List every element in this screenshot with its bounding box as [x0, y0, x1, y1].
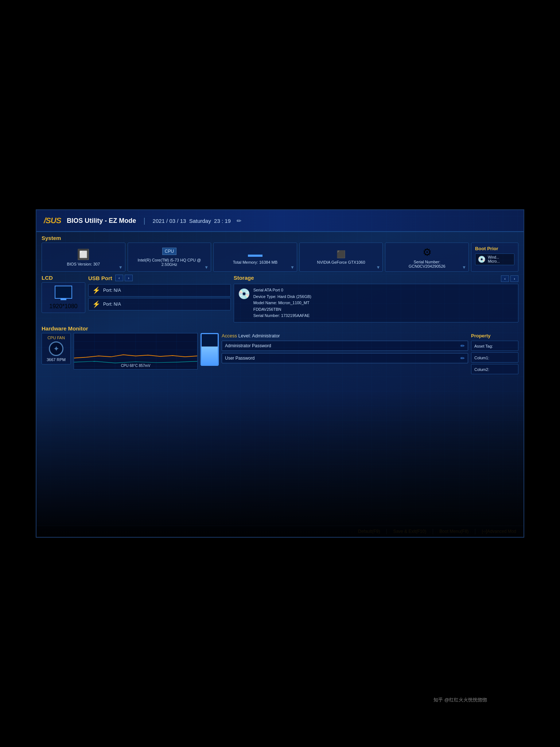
hw-monitor-label: Hardware Monitor: [42, 325, 518, 332]
column2-row: Colum2:: [471, 364, 518, 374]
usb-icon-2: ⚡: [92, 300, 100, 308]
asset-tag-row: Asset Tag:: [471, 341, 518, 351]
storage-prev-button[interactable]: ‹: [501, 275, 509, 282]
usb-port-2-label: Port: N/A: [103, 302, 121, 307]
serial-card[interactable]: ⚙ Serial Number:GCN0CV204290526 ▼: [385, 243, 469, 272]
system-label: System: [42, 235, 518, 241]
gear-icon: ⚙: [423, 246, 432, 258]
storage-label: Storage: [234, 275, 254, 281]
hdd-icon: 💿: [238, 288, 250, 300]
user-password-edit-icon[interactable]: ✏: [460, 355, 465, 361]
cpu-stats: CPU 68°C 857mV: [121, 364, 151, 368]
bios-screen: /SUS BIOS Utility - EZ Mode | 2021 / 03 …: [36, 209, 524, 538]
property-label: Property: [471, 333, 518, 338]
usb-port-1-label: Port: N/A: [103, 288, 121, 293]
footer: Default(F9) | Save & Exit(F10) | Boot Me…: [36, 526, 524, 537]
admin-password-label: Administrator Password: [225, 343, 271, 348]
storage-next-button[interactable]: ›: [510, 275, 518, 282]
gpu-label: NVIDIA GeForce GTX1060: [317, 260, 365, 264]
boot-item-text: Wind...Micro...: [488, 255, 500, 263]
system-section: System 🔲 BIOS Version: 307 ▼ CPU Intel(R…: [42, 235, 518, 272]
user-password-field[interactable]: User Password ✏: [222, 353, 468, 363]
access-section: Access Level: Administrator Administrato…: [222, 333, 468, 363]
gpu-card[interactable]: ⬛ NVIDIA GeForce GTX1060 ▼: [299, 243, 383, 272]
cpu-icon: CPU: [162, 248, 176, 255]
usb-section: USB Port ‹ › ⚡ Port: N/A ⚡ Port: N/A: [88, 275, 231, 312]
bios-title: BIOS Utility - EZ Mode: [67, 217, 136, 225]
property-section: Property Asset Tag: Colum1: Colum2:: [471, 333, 518, 374]
footer-default[interactable]: Default(F9): [358, 529, 380, 534]
cpu-label: Intel(R) Core(TM) i5-73 HQ CPU @ 2.50GHz: [132, 258, 207, 267]
usb-prev-button[interactable]: ‹: [115, 275, 123, 281]
boot-priority-label: Boot Prior: [475, 246, 514, 251]
header-divider: |: [143, 217, 145, 225]
column1-row: Colum1:: [471, 352, 518, 363]
usb-next-button[interactable]: ›: [125, 275, 133, 281]
battery-fill: [202, 347, 218, 365]
monitor-icon: [55, 286, 72, 299]
edit-icon[interactable]: ✏: [237, 217, 241, 224]
bottom-overlay: [36, 391, 524, 537]
gpu-icon: ⬛: [337, 250, 346, 259]
usb-port-2[interactable]: ⚡ Port: N/A: [88, 298, 231, 310]
serial-arrow-icon: ▼: [462, 265, 466, 270]
bios-chip-icon: 🔲: [77, 248, 90, 260]
asus-logo: /SUS: [44, 216, 61, 225]
lcd-label: LCD: [42, 275, 85, 281]
lcd-section: LCD 1920*1080: [42, 275, 85, 313]
admin-password-edit-icon[interactable]: ✏: [460, 343, 465, 349]
fan-label: CPU FAN: [47, 336, 65, 340]
footer-advanced[interactable]: |-›]Advanced Mod: [482, 529, 517, 534]
header-date: 2021 / 03 / 13 Saturday 23 : 19: [153, 218, 231, 224]
middle-row: LCD 1920*1080 USB Port ‹ ›: [42, 275, 518, 322]
column1-label: Colum1:: [474, 356, 489, 360]
cpu-fan-box: CPU FAN 3667 RPM: [42, 333, 71, 364]
storage-info: Serial ATA Port 0 Device Type: Hard Disk…: [253, 287, 311, 319]
boot-item-1[interactable]: 💿 Wind...Micro...: [475, 253, 514, 265]
cpu-graph: CPU 68°C 857mV: [74, 333, 198, 369]
access-level: Level: Administrator: [238, 333, 280, 338]
usb-icon-1: ⚡: [92, 286, 100, 294]
bios-arrow-icon: ▼: [118, 265, 123, 270]
storage-header: Storage ‹ ›: [234, 275, 518, 282]
cpu-card[interactable]: CPU Intel(R) Core(TM) i5-73 HQ CPU @ 2.5…: [128, 243, 211, 272]
system-row: 🔲 BIOS Version: 307 ▼ CPU Intel(R) Core(…: [42, 243, 518, 272]
usb-port-1[interactable]: ⚡ Port: N/A: [88, 284, 231, 297]
lcd-resolution: 1920*1080: [49, 303, 77, 310]
hw-monitor-section: Hardware Monitor CPU FAN 3667 RPM: [42, 325, 518, 374]
column2-label: Colum2:: [474, 367, 489, 372]
main-content: System 🔲 BIOS Version: 307 ▼ CPU Intel(R…: [36, 232, 524, 377]
hw-monitor-content: CPU FAN 3667 RPM: [42, 333, 518, 374]
memory-icon: ▬▬: [248, 250, 262, 259]
lcd-card[interactable]: 1920*1080: [42, 282, 85, 313]
storage-section: Storage ‹ › 💿 Serial ATA Port 0 Device T…: [234, 275, 518, 322]
gpu-arrow-icon: ▼: [376, 265, 380, 270]
boot-priority-card: Boot Prior 💿 Wind...Micro...: [471, 243, 518, 272]
admin-password-field[interactable]: Administrator Password ✏: [222, 341, 468, 351]
bios-header: /SUS BIOS Utility - EZ Mode | 2021 / 03 …: [36, 210, 524, 232]
storage-card[interactable]: 💿 Serial ATA Port 0 Device Type: Hard Di…: [234, 284, 518, 322]
footer-boot-menu[interactable]: Boot Menu(F8): [439, 529, 468, 534]
hdd-boot-icon: 💿: [478, 255, 486, 263]
cpu-arrow-icon: ▼: [204, 265, 209, 270]
bios-version-label: BIOS Version: 307: [67, 262, 100, 266]
watermark: 知乎 @红红火火恍恍惚惚: [433, 697, 487, 703]
memory-label: Total Memory: 16384 MB: [233, 260, 277, 264]
bios-version-card[interactable]: 🔲 BIOS Version: 307 ▼: [42, 243, 125, 272]
fan-rpm: 3667 RPM: [47, 357, 66, 362]
access-label: Access: [222, 333, 237, 338]
usb-nav: ‹ ›: [115, 275, 133, 281]
battery-icon: [201, 333, 219, 366]
asset-tag-label: Asset Tag:: [474, 344, 493, 348]
fan-icon: [49, 341, 63, 356]
memory-arrow-icon: ▼: [290, 265, 295, 270]
memory-card[interactable]: ▬▬ Total Memory: 16384 MB ▼: [213, 243, 297, 272]
usb-label: USB Port: [88, 275, 112, 281]
outer-wrapper: /SUS BIOS Utility - EZ Mode | 2021 / 03 …: [0, 0, 560, 747]
footer-save-exit[interactable]: Save & Exit(F10): [393, 529, 426, 534]
user-password-label: User Password: [225, 356, 254, 361]
serial-label: Serial Number:GCN0CV204290526: [409, 260, 446, 268]
